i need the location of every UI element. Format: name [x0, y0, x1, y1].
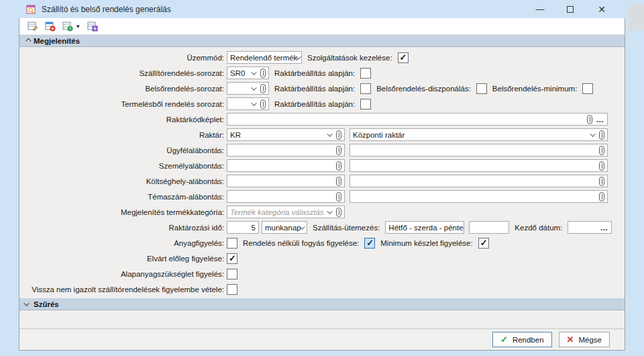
minimize-button[interactable]: — — [525, 0, 555, 18]
table-copy-icon — [87, 21, 98, 32]
row-vissza: Vissza nem igazolt szállítórendelések fi… — [19, 283, 625, 296]
szemely-input-2[interactable] — [350, 159, 608, 172]
paperclip-icon — [336, 208, 341, 217]
minimum-keszlet-checkbox[interactable] — [478, 238, 489, 249]
row-belsorendeles: Belsőrendelés-sorozat: Raktárbeállítás a… — [19, 82, 625, 95]
szallitas-utemezes-label: Szállítás-ütemezés: — [313, 224, 380, 232]
koltseghely-label: Költséghely-alábontás: — [19, 177, 224, 185]
szemely-input-1[interactable] — [227, 159, 345, 172]
szallitorendeles-value: SR0 — [230, 69, 245, 77]
minimum-checkbox[interactable] — [582, 83, 593, 94]
raktar-code-combo[interactable]: KR — [227, 128, 345, 141]
paperclip-icon — [599, 130, 604, 140]
raktarbeallitas-label-1: Raktárbeállítás alapján: — [274, 69, 355, 77]
temaszam-input-2[interactable] — [350, 190, 608, 203]
munkanap-combo[interactable]: munkanap — [262, 221, 307, 234]
row-termelesbol: Termelésből rendelés sorozat: Raktárbeál… — [19, 97, 625, 110]
anyagfigyeles-checkbox[interactable] — [227, 238, 237, 249]
maximize-button[interactable] — [555, 0, 585, 18]
kategoria-combo[interactable]: Termék kategória választás — [227, 206, 345, 218]
raktarkodkeplet-input[interactable]: … — [227, 113, 608, 126]
raktar-label: Raktár: — [19, 131, 224, 139]
termelesbol-combo[interactable] — [227, 97, 269, 110]
elvart-eloleg-checkbox[interactable] — [227, 253, 237, 264]
row-temaszam: Témaszám-alábontás: — [19, 190, 625, 203]
kategoria-placeholder: Termék kategória választás — [230, 208, 324, 216]
expand-icon — [23, 300, 29, 306]
close-button[interactable]: ✕ — [587, 0, 616, 18]
chevron-down-icon — [251, 100, 256, 105]
koltseghely-input-1[interactable] — [227, 175, 345, 187]
browse-ellipsis-icon[interactable]: … — [596, 116, 605, 124]
toolbar-dropdown-arrow-icon[interactable]: ▾ — [76, 23, 80, 30]
paperclip-icon — [336, 130, 341, 140]
szallitas-utemezes-combo[interactable]: Hétfő - szerda - péntek — [385, 221, 464, 234]
row-raktar: Raktár: KR Központi raktár — [19, 128, 625, 141]
ok-button[interactable]: ✓ Rendben — [492, 332, 552, 347]
close-icon: ✕ — [598, 4, 606, 15]
ok-button-label: Rendben — [513, 336, 544, 344]
table-edit-button[interactable] — [27, 20, 39, 32]
belsorendeles-combo[interactable] — [227, 82, 269, 95]
row-ido: Raktározási idő: 5 munkanap Szállítás-üt… — [19, 221, 625, 234]
ugyfel-input-1[interactable] — [227, 144, 345, 157]
paperclip-icon — [599, 161, 604, 171]
raktarozasi-ido-value: 5 — [252, 224, 256, 232]
raktarozasi-ido-input[interactable]: 5 — [227, 221, 259, 234]
minimize-icon: — — [536, 4, 545, 14]
section-title: Megjelenítés — [34, 37, 80, 45]
temaszam-input-1[interactable] — [227, 190, 345, 203]
row-ugyfel: Ügyfélalábontás: — [19, 144, 625, 157]
table-edit-icon — [28, 21, 38, 32]
ugyfel-label: Ügyfélalábontás: — [19, 146, 224, 154]
raktarbeallitas-label-2: Raktárbeállítás alapján: — [274, 85, 355, 93]
table-check-button[interactable] — [62, 20, 74, 32]
row-raktarkodkeplet: Raktárkódképlet: … — [19, 113, 625, 126]
cancel-button[interactable]: ✕ Mégse — [559, 332, 610, 347]
section-header-szures[interactable]: Szűrés — [19, 298, 625, 310]
row-uzemmod: Üzemmód: Rendelendő termék Szolgáltatáso… — [19, 51, 625, 64]
raktarbeallitas-checkbox-3[interactable] — [360, 99, 371, 109]
raktarbeallitas-checkbox-1[interactable] — [360, 68, 371, 79]
elvart-eloleg-label: Elvárt előleg figyelése: — [19, 255, 224, 263]
row-szallitorendeles: Szállítórendelés-sorozat: SR0 Raktárbeál… — [19, 66, 625, 79]
szallitorendeles-combo[interactable]: SR0 — [227, 66, 269, 79]
paperclip-icon — [260, 84, 266, 93]
szallitas-utemezes-extra-input[interactable] — [469, 221, 509, 234]
table-copy-button[interactable] — [87, 20, 99, 32]
diszponalas-checkbox[interactable] — [476, 83, 487, 94]
koltseghely-input-2[interactable] — [350, 175, 608, 187]
paperclip-icon — [599, 192, 604, 202]
row-szemely: Személyalábontás: — [19, 159, 625, 172]
kezdo-datum-input[interactable]: … — [568, 221, 612, 234]
szolgaltatasok-checkbox[interactable] — [398, 52, 409, 63]
alapanyag-label: Alapanyagszükséglet figyelés: — [19, 270, 224, 278]
termelesbol-label: Termelésből rendelés sorozat: — [19, 100, 224, 108]
ugyfel-input-2[interactable] — [350, 144, 608, 157]
paperclip-icon — [599, 177, 604, 186]
raktarbeallitas-checkbox-2[interactable] — [360, 83, 371, 94]
paperclip-icon — [336, 177, 341, 186]
szallitas-utemezes-value: Hétfő - szerda - péntek — [388, 224, 464, 232]
check-icon: ✓ — [500, 335, 508, 345]
alapanyag-checkbox[interactable] — [227, 269, 237, 279]
footer-bar: ✓ Rendben ✕ Mégse — [19, 328, 625, 350]
row-koltseghely: Költséghely-alábontás: — [19, 175, 625, 187]
munkanap-value: munkanap — [265, 224, 301, 232]
filter-collapsed-area — [19, 310, 625, 326]
section-header-megjelenites[interactable]: Megjelenítés — [19, 35, 625, 47]
uzemmod-combo[interactable]: Rendelendő termék — [227, 51, 302, 64]
paperclip-icon — [336, 161, 341, 171]
vissza-nem-igazolt-checkbox[interactable] — [227, 284, 237, 295]
collapse-icon — [25, 38, 31, 43]
cancel-button-label: Mégse — [578, 336, 602, 344]
table-delete-button[interactable] — [44, 20, 56, 32]
rendeles-nelkuli-checkbox[interactable] — [364, 238, 375, 249]
date-picker-ellipsis-icon[interactable]: … — [600, 224, 609, 232]
kategoria-label: Megjelenítés termékkategória: — [19, 208, 224, 216]
chevron-down-icon — [327, 208, 332, 214]
paperclip-icon — [587, 115, 592, 124]
raktar-name-combo[interactable]: Központi raktár — [350, 128, 608, 141]
row-figyeles: Anyagfigyelés: Rendelés nélküli fogyás f… — [19, 236, 625, 249]
raktarkodkeplet-label: Raktárkódképlet: — [19, 116, 224, 124]
